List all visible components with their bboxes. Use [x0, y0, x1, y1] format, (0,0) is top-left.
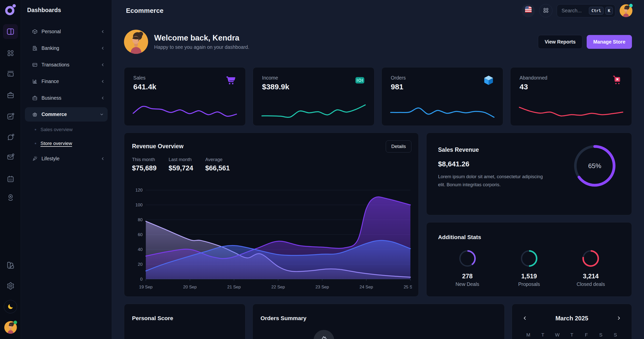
sidebar-menu: Personal Banking Transactions Finance Bu…	[21, 23, 112, 167]
stat-card-income: Income $389.9k	[253, 67, 374, 126]
sparkline-chart	[132, 100, 238, 120]
svg-text:20 Sep: 20 Sep	[183, 285, 197, 289]
revenue-stat-average: Average $66,561	[205, 157, 230, 172]
sidebar-item-finance[interactable]: Finance	[21, 73, 112, 90]
details-button[interactable]: Details	[386, 140, 411, 153]
rail-briefcase-button[interactable]	[5, 89, 16, 101]
sales-revenue-card: Sales Revenue $8,641.26 Lorem ipsum dolo…	[426, 133, 632, 215]
apps-grid-icon	[543, 7, 549, 14]
rail-user-avatar[interactable]	[4, 321, 17, 334]
box-icon	[32, 29, 38, 34]
svg-text:40: 40	[138, 247, 143, 252]
rail-panels-button[interactable]	[3, 24, 18, 39]
sparkline-chart	[261, 100, 367, 120]
svg-text:25 Sep: 25 Sep	[404, 285, 412, 289]
logo-icon[interactable]	[4, 3, 17, 17]
cube-icon	[483, 74, 494, 86]
progress-ring	[581, 249, 600, 269]
apps-grid-button[interactable]	[539, 4, 552, 17]
calendar-prev-button[interactable]	[521, 315, 529, 322]
calendar-weekday-row: MTWTFSS	[521, 332, 623, 338]
page-title: Ecommerce	[126, 7, 163, 15]
welcome-avatar	[124, 30, 148, 54]
sidebar-subitem-store-overview[interactable]: Store overview	[21, 136, 112, 150]
mini-stat-closed-deals: 3,214 Closed deals	[560, 247, 622, 289]
sidebar-item-business[interactable]: Business	[21, 90, 112, 106]
weekday-label: T	[565, 332, 579, 338]
rail-calendar-button[interactable]	[5, 173, 16, 185]
sales-revenue-title: Sales Revenue	[438, 146, 479, 153]
briefcase-icon	[32, 95, 38, 101]
stat-card-orders: Orders 981	[381, 67, 503, 126]
svg-text:120: 120	[136, 188, 143, 193]
chevron-left-icon	[100, 96, 105, 100]
calendar-next-button[interactable]	[615, 315, 623, 322]
welcome-banner: Welcome back, Kendra Happy to see you ag…	[124, 29, 632, 54]
stat-card-sales: Sales 641.4k	[124, 67, 246, 126]
progress-ring	[520, 249, 538, 269]
svg-text:19 Sep: 19 Sep	[139, 285, 153, 289]
sidebar-subitem-sales-overview[interactable]: Sales overview	[21, 123, 112, 136]
svg-text:100: 100	[136, 203, 143, 207]
weekday-label: T	[536, 332, 550, 338]
calendar-card: March 2025 MTWTFSS	[512, 304, 632, 339]
svg-text:20: 20	[138, 262, 143, 267]
rail-chat-button[interactable]	[5, 131, 16, 143]
view-reports-button[interactable]: View Reports	[538, 35, 582, 49]
mini-stat-new-deals: 278 New Deals	[437, 247, 498, 289]
chevron-left-icon	[100, 29, 105, 34]
mountain-icon	[320, 333, 328, 339]
progress-ring	[458, 249, 477, 269]
welcome-subtitle: Happy to see you again on your dashboard…	[154, 44, 249, 50]
sidebar-item-personal[interactable]: Personal	[21, 23, 112, 40]
orders-summary-partial-value: 000	[269, 337, 282, 339]
additional-stats-title: Additional Stats	[438, 234, 481, 241]
sales-revenue-description: Lorem ipsum dolor sit amet, consectetur …	[438, 173, 551, 189]
rail-settings-button[interactable]	[5, 280, 16, 292]
chevron-left-icon	[100, 156, 105, 161]
orders-summary-card: Orders Summary 000	[252, 304, 505, 339]
sidebar-item-lifestyle[interactable]: Lifestyle	[21, 150, 112, 167]
revenue-stat-this-month: This month $75,689	[132, 157, 157, 172]
welcome-title: Welcome back, Kendra	[154, 33, 249, 43]
sales-revenue-value: $8,641.26	[438, 160, 469, 168]
chart-column-icon	[32, 79, 38, 84]
right-column: Sales Revenue $8,641.26 Lorem ipsum dolo…	[426, 133, 632, 297]
chevron-left-icon	[100, 79, 105, 84]
rail-apps-grid-button[interactable]	[5, 47, 16, 59]
rail-chart-image-button[interactable]	[5, 110, 16, 122]
rail-map-pin-button[interactable]	[5, 191, 16, 203]
sidebar-heading: Dashboards	[21, 0, 112, 14]
rail-moon-button[interactable]	[4, 300, 17, 313]
chevron-right-icon	[616, 318, 622, 322]
language-flag-button[interactable]	[522, 4, 535, 17]
svg-text:0: 0	[140, 277, 142, 282]
chevron-left-icon	[522, 318, 528, 322]
basket-icon	[32, 111, 38, 117]
kbd-ctrl: Ctrl	[589, 7, 604, 15]
additional-stats-card: Additional Stats 278 New Deals 1,519 Pro…	[426, 222, 632, 297]
donut-percent-label: 65%	[572, 143, 618, 189]
sparkline-chart	[389, 100, 495, 120]
credit-card-icon	[32, 62, 38, 68]
calendar-month-title: March 2025	[529, 315, 615, 322]
search-box[interactable]: Ctrl K	[557, 4, 615, 17]
sales-revenue-donut: 65%	[572, 143, 618, 189]
manage-store-button[interactable]: Manage Store	[587, 35, 632, 49]
sidebar-item-banking[interactable]: Banking	[21, 40, 112, 56]
rail-mail-button[interactable]	[5, 151, 16, 163]
topbar: Ecommerce Ctrl K	[112, 0, 644, 21]
banknote-icon	[354, 74, 366, 86]
search-input[interactable]	[562, 8, 587, 14]
revenue-overview-card: Revenue Overview Details This month $75,…	[124, 133, 419, 297]
sidebar-item-commerce[interactable]: Commerce	[25, 107, 108, 122]
rail-swatchbook-button[interactable]	[5, 259, 16, 271]
user-avatar[interactable]	[620, 4, 632, 17]
rail-dock-button[interactable]	[5, 68, 16, 80]
chevron-down-icon	[99, 112, 104, 117]
topbar-actions: Ctrl K	[522, 4, 632, 17]
sidebar: Dashboards Personal Banking Transactions…	[21, 0, 112, 339]
personal-score-card: Personal Score	[124, 304, 245, 339]
sidebar-item-transactions[interactable]: Transactions	[21, 56, 112, 73]
stat-cards-row: Sales 641.4k Income $389.9k Orders	[124, 67, 632, 126]
